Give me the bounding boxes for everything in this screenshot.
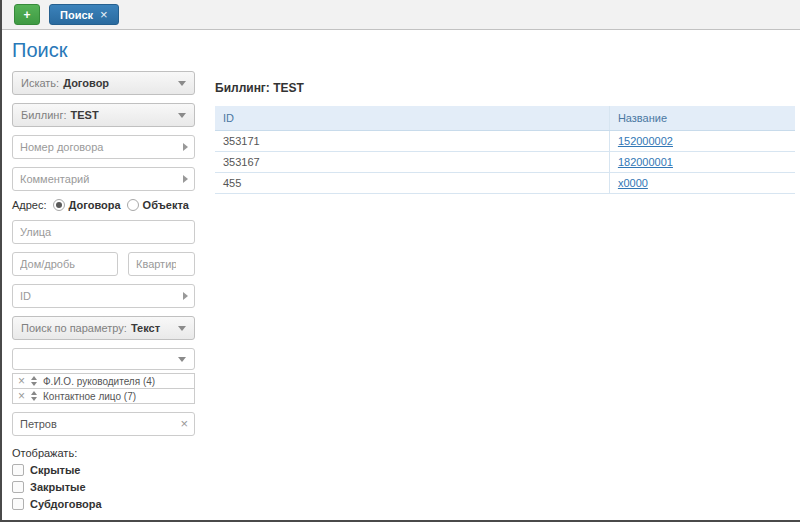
results-panel: Биллинг: TEST ID Название 353171 1520000… [195, 71, 800, 194]
house-input[interactable] [12, 252, 118, 276]
address-radio-group: Адрес: Договора Объекта [12, 199, 195, 211]
contract-number-field [12, 135, 195, 159]
param-search-value: Текст [131, 322, 160, 334]
param-search-label: Поиск по параметру: [21, 322, 127, 334]
billing-select[interactable]: Биллинг: TEST [12, 103, 195, 127]
param-add-select[interactable] [12, 348, 195, 370]
checkbox-row-hidden: Скрытые [12, 464, 195, 476]
apartment-field [128, 252, 195, 276]
search-form: Искать: Договор Биллинг: TEST [12, 71, 195, 522]
billing-label: Биллинг: [21, 109, 67, 121]
billing-value: TEST [71, 109, 99, 121]
house-field [12, 252, 118, 276]
tab-search-label: Поиск [60, 9, 93, 21]
search-type-value: Договор [63, 77, 109, 89]
result-link[interactable]: 182000001 [618, 156, 673, 168]
hidden-checkbox-label: Скрытые [30, 464, 80, 476]
chevron-right-icon[interactable] [183, 143, 188, 151]
column-header-id: ID [215, 106, 609, 131]
table-row: 353171 152000002 [215, 131, 795, 152]
result-link[interactable]: x0000 [618, 177, 648, 189]
page-title: Поиск [12, 39, 800, 62]
display-section-label: Отображать: [12, 447, 195, 459]
checkbox-row-subcontracts: Субдоговора [12, 498, 195, 510]
chevron-down-icon [178, 81, 186, 86]
param-item-label: Контактное лицо (7) [43, 391, 136, 402]
table-row: 455 x0000 [215, 173, 795, 194]
remove-icon[interactable]: × [18, 375, 25, 387]
param-item-label: Ф.И.О. руководителя (4) [43, 376, 155, 387]
checkbox-row-closed: Закрытые [12, 481, 195, 493]
sort-arrows-icon[interactable] [31, 376, 37, 386]
tab-close-icon[interactable]: × [100, 8, 108, 21]
search-type-select[interactable]: Искать: Договор [12, 71, 195, 95]
subcontracts-checkbox[interactable] [12, 498, 24, 510]
comment-input[interactable] [12, 167, 195, 191]
street-input[interactable] [12, 220, 195, 244]
address-label: Адрес: [12, 199, 47, 211]
chevron-right-icon[interactable] [183, 175, 188, 183]
hidden-checkbox[interactable] [12, 464, 24, 476]
subcontracts-checkbox-label: Субдоговора [30, 498, 102, 510]
remove-icon[interactable]: × [18, 390, 25, 402]
chevron-down-icon [178, 326, 186, 331]
address-radio-contract-label: Договора [69, 199, 121, 211]
param-item-fio[interactable]: × Ф.И.О. руководителя (4) [12, 373, 195, 389]
chevron-right-icon[interactable] [183, 292, 188, 300]
add-tab-button[interactable]: + [14, 4, 40, 25]
address-radio-object-label: Объекта [143, 199, 189, 211]
closed-checkbox-label: Закрытые [30, 481, 86, 493]
search-type-label: Искать: [21, 77, 59, 89]
street-field [12, 220, 195, 244]
column-header-name: Название [609, 106, 795, 131]
chevron-down-icon [178, 113, 186, 118]
tab-search[interactable]: Поиск × [49, 4, 119, 25]
id-field [12, 284, 195, 308]
main-content: Поиск Искать: Договор Биллинг: TEST [2, 30, 800, 522]
cell-id: 455 [215, 173, 609, 194]
cell-id: 353171 [215, 131, 609, 152]
contract-number-input[interactable] [12, 135, 195, 159]
result-link[interactable]: 152000002 [618, 135, 673, 147]
id-input[interactable] [12, 284, 195, 308]
results-heading: Биллинг: TEST [215, 81, 795, 95]
address-radio-contract[interactable] [53, 199, 65, 211]
apartment-input[interactable] [128, 252, 195, 276]
tab-bar: + Поиск × [2, 0, 800, 30]
closed-checkbox[interactable] [12, 481, 24, 493]
address-radio-object[interactable] [127, 199, 139, 211]
comment-field [12, 167, 195, 191]
clear-input-icon[interactable]: × [180, 417, 188, 430]
cell-id: 353167 [215, 152, 609, 173]
param-search-select[interactable]: Поиск по параметру: Текст [12, 316, 195, 340]
chevron-down-icon [178, 357, 186, 362]
table-row: 353167 182000001 [215, 152, 795, 173]
param-item-contact[interactable]: × Контактное лицо (7) [12, 388, 195, 404]
param-value-field: × [12, 412, 195, 436]
table-header-row: ID Название [215, 106, 795, 131]
results-table: ID Название 353171 152000002 353167 1820… [215, 106, 795, 194]
house-apartment-row [12, 252, 195, 284]
app-window: + Поиск × Поиск Искать: Договор Биллинг:… [0, 0, 800, 522]
param-value-input[interactable] [12, 412, 195, 436]
sort-arrows-icon[interactable] [31, 391, 37, 401]
